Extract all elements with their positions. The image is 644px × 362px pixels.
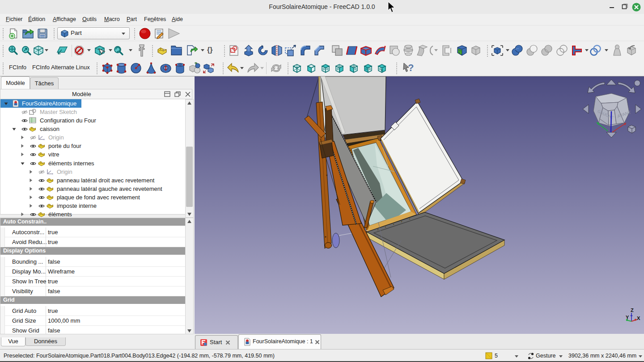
svg-text:Z: Z xyxy=(631,307,634,313)
svg-text:X: X xyxy=(637,316,640,321)
